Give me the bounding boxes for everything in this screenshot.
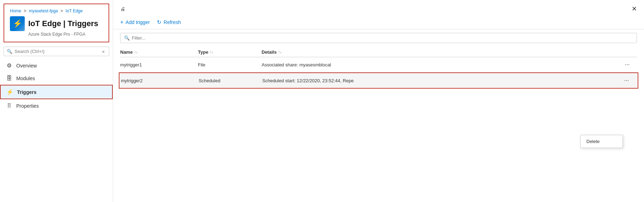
row1-more[interactable]: ··· <box>623 61 637 69</box>
main-header: 🖨 ✕ <box>113 0 644 16</box>
breadcrumb-sep2: > <box>60 8 63 13</box>
row1-type: File <box>198 62 262 67</box>
triggers-icon: ⚡ <box>6 89 13 95</box>
row2-more-button[interactable]: ··· <box>622 77 631 84</box>
table-header: Name ↑↓ Type ↑↓ Details ↑↓ <box>120 47 637 57</box>
page-title: IoT Edge | Triggers <box>28 19 98 28</box>
print-button[interactable]: 🖨 <box>120 6 125 12</box>
row2-details: Scheduled start: 12/22/2020, 23:52:44, R… <box>262 78 622 83</box>
row2-more[interactable]: ··· <box>622 77 636 84</box>
sort-type-icon[interactable]: ↑↓ <box>210 50 213 54</box>
filter-bar[interactable]: 🔍 <box>120 33 637 43</box>
breadcrumb-home[interactable]: Home <box>10 8 21 13</box>
page-subtitle: Azure Stack Edge Pro - FPGA <box>28 32 103 37</box>
iot-edge-icon: ⚡ <box>10 16 25 31</box>
collapse-button[interactable]: « <box>101 49 106 54</box>
breadcrumb-resource[interactable]: myasetest-fpga <box>29 8 58 13</box>
col-name: Name ↑↓ <box>120 49 198 55</box>
col-type: Type ↑↓ <box>198 49 262 55</box>
add-trigger-button[interactable]: + Add trigger <box>120 19 150 25</box>
row1-details: Associated share: myasesmblocal <box>262 62 623 67</box>
refresh-icon: ↻ <box>157 19 162 25</box>
row2-name: mytrigger2 <box>121 78 199 83</box>
sidebar-item-label-triggers: Triggers <box>17 89 36 95</box>
col-actions <box>623 49 637 55</box>
main-content: 🖨 ✕ + Add trigger ↻ Refresh 🔍 Name ↑↓ Ty… <box>113 0 644 202</box>
col-details: Details ↑↓ <box>262 49 623 55</box>
sidebar-item-modules[interactable]: 🗄 Modules <box>0 72 113 85</box>
search-icon: 🔍 <box>7 49 12 54</box>
breadcrumb-section[interactable]: IoT Edge <box>65 8 82 13</box>
breadcrumb-sep1: > <box>24 8 26 13</box>
sort-details-icon[interactable]: ↑↓ <box>278 50 282 54</box>
toolbar: + Add trigger ↻ Refresh <box>113 16 644 29</box>
table-row: mytrigger1 File Associated share: myases… <box>120 57 637 72</box>
sidebar-item-label-overview: Overview <box>16 63 37 69</box>
header-box: Home > myasetest-fpga > IoT Edge ⚡ IoT E… <box>4 4 109 42</box>
breadcrumb: Home > myasetest-fpga > IoT Edge <box>10 8 103 13</box>
sidebar-item-properties[interactable]: ⠿ Properties <box>0 99 113 112</box>
table-area: Name ↑↓ Type ↑↓ Details ↑↓ mytrigger1 Fi… <box>113 47 644 202</box>
sidebar-item-overview[interactable]: ⚙ Overview <box>0 59 113 72</box>
filter-icon: 🔍 <box>124 35 130 41</box>
nav-list: ⚙ Overview 🗄 Modules ⚡ Triggers ⠿ Proper… <box>0 59 113 112</box>
row2-type: Scheduled <box>199 78 262 83</box>
print-icon: 🖨 <box>120 6 125 12</box>
properties-icon: ⠿ <box>6 102 13 109</box>
row1-name: mytrigger1 <box>120 62 198 67</box>
add-icon: + <box>120 19 123 25</box>
close-button[interactable]: ✕ <box>632 5 637 13</box>
row1-more-button[interactable]: ··· <box>623 61 632 69</box>
context-menu: Delete <box>580 135 623 148</box>
sort-name-icon[interactable]: ↑↓ <box>134 50 137 54</box>
sidebar-item-label-modules: Modules <box>16 76 35 81</box>
sidebar-item-triggers[interactable]: ⚡ Triggers <box>0 85 113 99</box>
sidebar: Home > myasetest-fpga > IoT Edge ⚡ IoT E… <box>0 0 113 202</box>
title-row: ⚡ IoT Edge | Triggers <box>10 16 103 31</box>
refresh-button[interactable]: ↻ Refresh <box>157 19 181 25</box>
sidebar-item-label-properties: Properties <box>16 103 39 109</box>
filter-input[interactable] <box>132 35 633 41</box>
search-input[interactable] <box>14 49 99 54</box>
context-menu-delete[interactable]: Delete <box>581 135 622 148</box>
search-bar[interactable]: 🔍 « <box>4 47 109 56</box>
overview-icon: ⚙ <box>6 62 13 69</box>
table-row-highlighted: mytrigger2 Scheduled Scheduled start: 12… <box>119 72 638 89</box>
modules-icon: 🗄 <box>6 75 13 82</box>
